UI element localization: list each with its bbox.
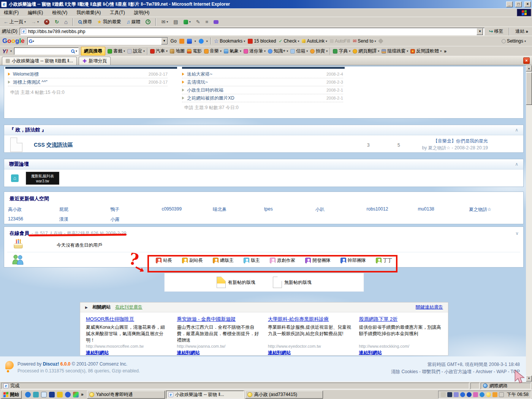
favorites-button[interactable]: ★ 我的最愛 (95, 18, 123, 25)
maximize-button[interactable]: □ (515, 2, 522, 7)
google-autolink-button[interactable]: AutoLink▾ (302, 38, 327, 44)
user-link[interactable]: tpes (264, 206, 315, 213)
collapse-icon[interactable]: ∧ (515, 162, 518, 167)
quicklaunch-q-icon[interactable] (65, 392, 71, 397)
ad-visit-link[interactable]: 連結到網站 (268, 350, 291, 355)
messenger-button[interactable]: ▾ (182, 19, 193, 25)
tray-messenger-icon[interactable] (467, 392, 472, 397)
menu-file[interactable]: 檔案(F) (4, 10, 19, 16)
yahoo-maps-button[interactable]: 地圖 (170, 48, 185, 54)
google-settings-button[interactable]: Settings▾ (502, 38, 530, 44)
yahoo-search-dropdown-icon[interactable]: ▾ (76, 49, 77, 53)
list-button[interactable]: ≡ (204, 19, 211, 25)
forward-button[interactable]: → ▾ (29, 19, 41, 25)
menu-help[interactable]: 說明(H) (134, 10, 150, 16)
yahoo-settings-button[interactable]: 設定▾ (127, 48, 145, 54)
google-popup-blocker-button[interactable]: 15 blocked (248, 38, 276, 44)
yahoo-cars-button[interactable]: 汽車▾ (150, 48, 168, 54)
address-dropdown-icon[interactable]: ▼ (477, 28, 483, 35)
category-header[interactable]: 『 政，語法館 』 ∧ (4, 125, 523, 135)
history-button[interactable] (144, 19, 152, 25)
mail-button[interactable]: ✉ ▾ (159, 19, 170, 25)
quicklaunch-shield-icon[interactable] (57, 392, 63, 397)
yahoo-auction-button[interactable]: 拍賣▾ (310, 48, 328, 54)
user-link[interactable]: mu0138 (418, 206, 469, 213)
user-link[interactable]: 夏之物語☆ (469, 206, 520, 213)
user-link[interactable]: 鴨子 (111, 206, 162, 213)
discuss-button[interactable] (212, 20, 220, 24)
footer-links[interactable]: 清除 Cookies - 聯繫我們 - 小政官方論壇 - Archiver - … (391, 369, 520, 375)
user-link[interactable]: robs10012 (367, 206, 418, 213)
thread-row[interactable]: Welome游標 2008-2-17 (8, 70, 168, 78)
edit-button[interactable]: ✎ (194, 19, 202, 25)
keyword-ads-link[interactable]: 關鍵連結廣告 (416, 304, 443, 310)
thread-link[interactable]: 之前網站被抓的圖片XD (187, 95, 234, 101)
thread-link[interactable]: 去清境玩~ (187, 79, 208, 86)
discuz-link[interactable]: Discuz! (43, 361, 59, 367)
forward-dropdown-icon[interactable]: ▾ (37, 20, 39, 24)
yahoo-mail-button[interactable]: 信箱▾ (290, 48, 308, 54)
search-button[interactable]: 搜尋 (76, 18, 94, 25)
yahoo-bookmarks-button[interactable]: 書籤▾ (108, 48, 125, 54)
home-button[interactable]: ⌂ (62, 19, 70, 25)
yahoo-movies-button[interactable]: 電影 (187, 48, 202, 54)
taskbar-clock[interactable]: 下午 06:58 (505, 391, 529, 398)
thread-link[interactable]: 游標上傳測試 ^^" (13, 79, 48, 86)
quicklaunch-outlook-icon[interactable] (41, 392, 47, 397)
ad-visit-link[interactable]: 連結到網站 (177, 350, 200, 355)
yahoo-overflow-icon[interactable]: » (444, 49, 446, 54)
tray-printer-icon[interactable] (454, 392, 459, 397)
user-link[interactable]: 小露 (111, 216, 162, 223)
quicklaunch-ie-icon[interactable] (25, 392, 31, 397)
thread-row[interactable]: 送給大家搭~ 2008-2-4 (182, 70, 343, 78)
google-news-icon[interactable] (179, 39, 184, 44)
ad-visit-link[interactable]: 連結到網站 (86, 350, 109, 355)
ad-title-link[interactable]: 喬安旅遊 - 金典中國新遊蹤 (177, 316, 261, 323)
google-voice-dropdown-icon[interactable]: ▾ (206, 40, 208, 43)
ad-title-link[interactable]: 股票網路下單 2折 (359, 316, 443, 323)
yahoo-logo[interactable]: Y! (2, 48, 8, 54)
tray-monitor-icon[interactable] (447, 392, 452, 397)
post-ad-link[interactable]: 在此刊登廣告 (115, 304, 142, 310)
yahoo-antispy-button[interactable]: 反間諜軟體▾ (410, 48, 442, 54)
thread-link[interactable]: Welome游標 (13, 71, 39, 78)
tray-update-icon[interactable] (492, 392, 497, 397)
user-link[interactable]: 喵北鼻 (213, 206, 264, 213)
start-button[interactable]: 開始 (1, 391, 22, 399)
yahoo-translate-button[interactable]: 網頁翻譯▾ (353, 48, 379, 54)
back-button[interactable]: ← 上一頁 ▾ (2, 18, 28, 25)
scroll-up-button[interactable]: ▲ (526, 65, 532, 71)
close-button[interactable]: × (524, 2, 531, 7)
google-pagerank-icon[interactable] (187, 39, 192, 44)
yahoo-music-button[interactable]: 音樂▾ (204, 48, 222, 54)
menu-tools[interactable]: 工具(T) (110, 10, 125, 16)
minimize-button[interactable]: _ (506, 2, 513, 7)
forum-name-link[interactable]: CSS 交流語法區 (34, 142, 73, 149)
taskbar-window-forum[interactable]: e 小政娛樂論壇 -- 寵物 ‖... (166, 391, 244, 399)
menu-edit[interactable]: 編輯(E) (28, 10, 43, 16)
collapse-icon[interactable]: ∨ (515, 231, 519, 236)
user-link[interactable]: c0950399 (162, 206, 213, 213)
yahoo-popup-blocker-button[interactable]: 阻擋跳窗▾ (382, 48, 408, 54)
print-button[interactable]: ▤ (171, 19, 180, 25)
user-link[interactable]: 漢漢 (59, 216, 111, 223)
yahoo-search-input[interactable]: ▾ (14, 48, 79, 55)
back-dropdown-icon[interactable]: ▾ (24, 20, 26, 24)
quicklaunch-n-icon[interactable] (73, 392, 79, 397)
mail-dropdown-icon[interactable]: ▾ (166, 20, 168, 24)
quicklaunch-overflow-icon[interactable]: » (81, 392, 84, 397)
collapse-icon[interactable]: ∧ (515, 127, 518, 133)
scrollbar-thumb[interactable] (526, 72, 532, 105)
thread-link[interactable]: 小政生日時的祝福 (187, 87, 223, 93)
google-search-input[interactable]: G ▾ ▼ (27, 37, 168, 45)
yahoo-logo-dropdown-icon[interactable]: ▾ (10, 49, 12, 53)
go-button[interactable]: ↪ 移至 (487, 28, 505, 35)
links-button[interactable]: 連結 » (513, 28, 530, 35)
yahoo-weather-button[interactable]: 氣象▾ (224, 48, 241, 54)
highlighter-icon[interactable] (378, 38, 383, 44)
google-pagerank-dropdown-icon[interactable]: ▾ (195, 40, 196, 43)
messenger-dropdown-icon[interactable]: ▾ (189, 20, 191, 24)
home-link-icon[interactable]: ⌂ (11, 174, 19, 182)
thread-row[interactable]: 之前網站被抓的圖片XD 2008-2-1 (182, 94, 343, 102)
user-link[interactable]: 123456 (8, 216, 59, 223)
